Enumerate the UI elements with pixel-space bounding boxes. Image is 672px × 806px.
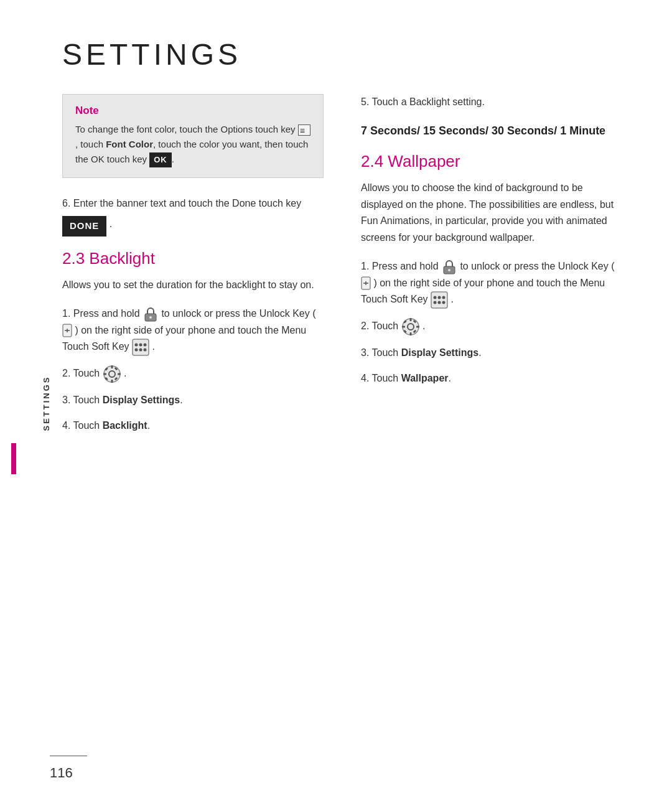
page-title: SETTINGS	[62, 37, 622, 72]
svg-point-33	[442, 301, 446, 304]
svg-point-11	[144, 349, 147, 352]
note-title: Note	[75, 105, 310, 117]
display-settings-label-2: Display Settings	[401, 347, 478, 358]
svg-rect-5	[133, 339, 149, 355]
svg-point-6	[135, 344, 138, 347]
list-item: 4. Touch Wallpaper.	[361, 370, 622, 387]
col-right: 5. Touch a Backlight setting. 7 Seconds/…	[361, 94, 622, 443]
svg-rect-16	[103, 373, 106, 375]
page-container: SETTINGS SETTINGS Note To change the fon…	[0, 0, 672, 806]
unlock-key-icon-2	[361, 276, 371, 290]
sidebar-accent	[11, 443, 16, 474]
backlight-label: Backlight	[103, 420, 147, 431]
svg-rect-38	[402, 326, 405, 328]
svg-rect-36	[409, 318, 411, 321]
svg-point-32	[438, 301, 441, 304]
settings-icon	[103, 365, 121, 383]
wallpaper-description: Allows you to choose the kind of backgro…	[361, 180, 622, 246]
sidebar-label: SETTINGS	[42, 375, 51, 431]
backlight-description: Allows you to set the duration for the b…	[62, 277, 324, 293]
list-item: 3. Touch Display Settings.	[62, 392, 324, 408]
settings-icon-2	[401, 317, 420, 336]
done-button-icon: DONE	[62, 216, 106, 237]
section-backlight-heading: 2.3 Backlight	[62, 249, 324, 268]
step5-text: 5. Touch a Backlight setting.	[361, 94, 622, 110]
two-col-layout: Note To change the font color, touch the…	[62, 94, 622, 443]
backlight-times: 7 Seconds/ 15 Seconds/ 30 Seconds/ 1 Min…	[361, 123, 622, 139]
font-bold: Font Color	[106, 139, 153, 149]
col-left: Note To change the font color, touch the…	[62, 94, 324, 443]
list-item: 2. Touch .	[62, 365, 324, 383]
menu-icon	[298, 124, 310, 136]
svg-point-29	[438, 296, 441, 299]
svg-point-31	[434, 301, 437, 304]
list-item: 3. Touch Display Settings.	[361, 345, 622, 361]
note-box: Note To change the font color, touch the…	[62, 94, 324, 178]
unlock-key-icon	[62, 324, 72, 337]
page-number: 116	[50, 765, 73, 781]
svg-rect-15	[111, 380, 113, 383]
list-item: 4. Touch Backlight.	[62, 418, 324, 434]
menu-dots-icon	[132, 339, 149, 356]
ok-button-icon: OK	[149, 152, 172, 168]
list-item: 1. Press and hold to unlock or press the…	[361, 258, 622, 309]
page-divider	[50, 756, 87, 756]
svg-rect-14	[111, 365, 113, 368]
menu-dots-icon-2	[431, 291, 448, 309]
note-text: To change the font color, touch the Opti…	[75, 122, 310, 167]
svg-point-30	[442, 296, 446, 299]
svg-point-7	[139, 344, 142, 347]
svg-rect-17	[118, 373, 121, 375]
backlight-steps: 1. Press and hold to unlock or press the…	[62, 306, 324, 434]
svg-rect-27	[431, 292, 447, 308]
svg-point-9	[135, 349, 138, 352]
wallpaper-label: Wallpaper	[401, 373, 449, 383]
svg-point-10	[139, 349, 142, 352]
lock-icon-2	[441, 259, 457, 275]
svg-rect-37	[409, 332, 411, 335]
svg-point-1	[149, 316, 152, 319]
svg-point-23	[448, 269, 450, 271]
list-item: 1. Press and hold to unlock or press the…	[62, 306, 324, 356]
svg-rect-39	[416, 326, 419, 328]
svg-point-8	[144, 344, 147, 347]
display-settings-label: Display Settings	[103, 395, 180, 405]
step6-text: 6. Enter the banner text and touch the D…	[62, 195, 324, 236]
section-wallpaper-heading: 2.4 Wallpaper	[361, 152, 622, 171]
wallpaper-steps: 1. Press and hold to unlock or press the…	[361, 258, 622, 387]
lock-icon	[142, 306, 159, 322]
svg-point-28	[434, 296, 437, 299]
list-item: 2. Touch .	[361, 317, 622, 336]
